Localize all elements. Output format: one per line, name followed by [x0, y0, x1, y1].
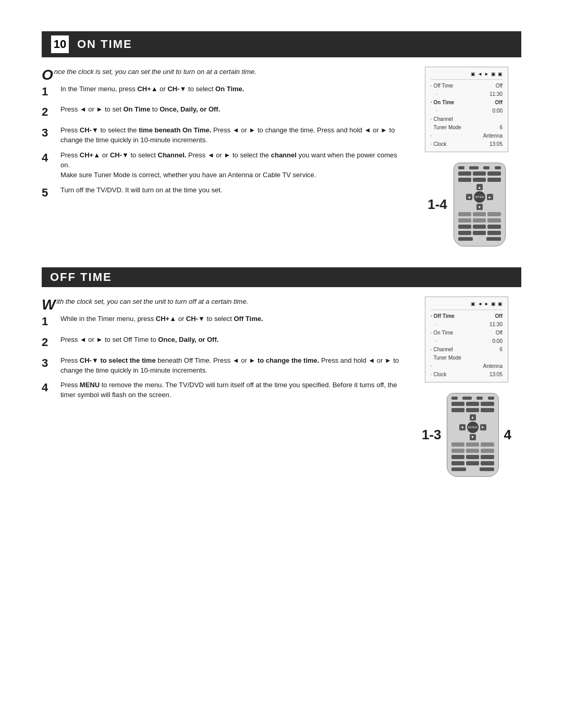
step-text-2: Press ◄ or ► to set On Time to Once, Dai…: [60, 105, 401, 115]
remote-btn-g1-2: [473, 171, 486, 176]
on-time-tv-screen: ▣ ◄ ► ▣ ▣ · Off Time Off · 11:30: [425, 67, 508, 152]
off-remote-grid-3: [450, 442, 496, 447]
screen2-row-offtime: · Off Time Off: [431, 312, 503, 320]
off-remote-nav-row-bot: ▼: [470, 434, 476, 440]
off-remote-bottom-btn-right: [480, 467, 494, 471]
off-remote-btn-input: [462, 397, 472, 400]
remote-bottom-btns: [457, 237, 503, 241]
on-time-remote-area: ▣ ◄ ► ▣ ▣ · Off Time Off · 11:30: [412, 67, 521, 246]
on-time-remote-wrapper: 1-4: [427, 163, 506, 246]
off-remote-btn-g2-3: [481, 408, 494, 412]
remote-nav-enter-btn: INTER: [474, 191, 485, 203]
off-remote-grid-5: [450, 455, 496, 459]
off-time-intro: With the clock set, you can set the unit…: [42, 297, 401, 307]
on-time-step-4: 4 Press CH+▲ or CH-▼ to select Channel. …: [42, 151, 401, 180]
off-remote-nav-left-btn: ◄: [459, 424, 466, 430]
screen2-row-channel: · Channel 6: [431, 346, 503, 354]
on-time-step-1: 1 In the Timer menu, press CH+▲ or CH-▼ …: [42, 84, 401, 100]
screen-row-ontime-val: · 0:00: [431, 107, 503, 115]
remote-btn-g5-2: [473, 225, 486, 229]
off-time-step-4: 4 Press MENU to remove the menu. The TV/…: [42, 380, 401, 400]
on-time-dropcap: O: [42, 68, 53, 82]
on-time-step-5: 5 Turn off the TV/DVD. It will turn on a…: [42, 186, 401, 201]
off-remote-btn-g3-3: [481, 442, 494, 447]
remote-nav-cluster: ▲ ◄ INTER ► ▼: [457, 184, 503, 210]
on-time-intro-text: nce the clock is set, you can set the un…: [54, 68, 256, 76]
step-text-5: Turn off the TV/DVD. It will turn on at …: [60, 186, 401, 195]
off-remote-grid-1: [450, 402, 496, 406]
remote-btn-g1-1: [458, 171, 471, 176]
off-step-number-4: 4: [42, 379, 56, 396]
off-remote-btn-g5-1: [451, 455, 464, 459]
on-time-intro: Once the clock is set, you can set the u…: [42, 67, 401, 77]
page: 10 On Time Once the clock is set, you ca…: [0, 0, 563, 728]
remote-btn-g1-3: [487, 171, 500, 176]
remote-btn-g2-1: [458, 178, 471, 182]
off-remote-btn-g2-1: [451, 408, 464, 412]
off-remote-nav-row-mid: ◄ INTER ►: [459, 421, 486, 434]
off-time-header: Off Time: [42, 267, 521, 287]
remote-nav-row-top: ▲: [476, 184, 483, 190]
remote-btn-menu: [483, 166, 489, 169]
screen-row-tunermode: Tuner Mode 6: [431, 124, 503, 132]
off-time-step-3: 3 Press CH-▼ to select the time beneath …: [42, 356, 401, 376]
remote-top-row: [457, 166, 503, 169]
off-step-text-4: Press MENU to remove the menu. The TV/DV…: [60, 380, 401, 400]
off-remote-btn-power: [451, 397, 458, 400]
off-remote-nav-cluster: ▲ ◄ INTER ► ▼: [450, 414, 496, 440]
off-remote-btn-g6-3: [481, 461, 494, 465]
step-number-4: 4: [42, 150, 56, 166]
screen-icon-2: ◄: [478, 70, 482, 78]
off-remote-btn-g4-3: [481, 449, 494, 453]
on-time-remote: ▲ ◄ INTER ► ▼: [454, 163, 506, 246]
screen2-icon-1: ▣: [471, 300, 475, 307]
remote-bottom-btn-right: [486, 237, 501, 241]
off-remote-nav-enter-btn: INTER: [467, 422, 479, 433]
remote-btn-g4-3: [487, 218, 500, 223]
off-step-number-3: 3: [42, 355, 56, 372]
off-time-remote: ▲ ◄ INTER ► ▼: [447, 393, 499, 477]
off-remote-btn-g6-2: [466, 461, 479, 465]
off-time-tv-screen: ▣ ◄ ► ▣ ▣ · Off Time Off · 11:30: [425, 297, 508, 382]
screen2-icon-5: ▣: [498, 300, 503, 307]
screen-icon-4: ▣: [491, 70, 496, 78]
off-remote-btn-g1-2: [466, 402, 479, 406]
remote-btn-g6-1: [458, 231, 471, 235]
screen-row-antenna: · Antenna: [431, 132, 503, 140]
remote-btn-g3-3: [487, 212, 500, 216]
on-time-header: 10 On Time: [42, 31, 521, 57]
off-time-step-2: 2 Press ◄ or ► to set Off Time to Once, …: [42, 335, 401, 351]
off-remote-btn-g5-2: [466, 455, 479, 459]
off-time-step-label: 1-3: [422, 427, 442, 443]
screen2-row-clock: · Clock 13:05: [431, 371, 503, 379]
off-remote-grid-4: [450, 449, 496, 453]
screen2-row-ontime: · On Time Off: [431, 329, 503, 337]
screen-row-offtime-val: · 11:30: [431, 90, 503, 98]
remote-btn-g2-2: [473, 178, 486, 182]
off-step-number-2: 2: [42, 334, 56, 351]
off-remote-btn-g4-1: [451, 449, 464, 453]
off-remote-nav-up-btn: ▲: [470, 414, 476, 421]
screen-icon-3: ►: [484, 70, 489, 78]
off-time-remote-wrapper: 1-3: [422, 393, 511, 477]
off-time-step-1: 1 While in the Timer menu, press CH+▲ or…: [42, 314, 401, 330]
off-remote-btn-g1-3: [481, 402, 494, 406]
on-time-title: On Time: [77, 38, 132, 51]
off-remote-btn-g3-2: [466, 442, 479, 447]
on-time-step-2: 2 Press ◄ or ► to set On Time to Once, D…: [42, 105, 401, 120]
section-number: 10: [50, 34, 70, 54]
off-remote-btn-g1-1: [451, 402, 464, 406]
remote-nav-up-btn: ▲: [476, 184, 483, 190]
off-remote-nav-row-top: ▲: [470, 414, 476, 421]
remote-btn-power: [458, 166, 464, 169]
off-step-text-2: Press ◄ or ► to set Off Time to Once, Da…: [60, 335, 401, 345]
remote-btn-g5-3: [487, 225, 500, 229]
screen-icon-1: ▣: [471, 70, 475, 78]
off-step-text-1: While in the Timer menu, press CH+▲ or C…: [60, 314, 401, 324]
off-time-instructions: With the clock set, you can set the unit…: [42, 297, 401, 405]
remote-btn-input: [469, 166, 479, 169]
off-step-text-3: Press CH-▼ to select the time beneath Of…: [60, 356, 401, 376]
screen2-icon-3: ►: [484, 300, 489, 307]
screen-icon-5: ▣: [498, 70, 503, 78]
remote-btn-g5-1: [458, 225, 471, 229]
